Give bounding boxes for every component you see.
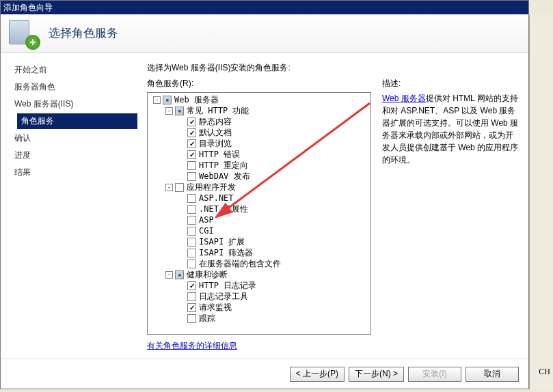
tree-node[interactable]: ISAPI 筛选器 — [149, 247, 369, 258]
checkbox[interactable] — [187, 128, 196, 137]
cancel-button[interactable]: 取消 — [466, 367, 519, 382]
checkbox[interactable] — [187, 314, 196, 323]
tree-node-label: 常见 HTTP 功能 — [187, 105, 249, 117]
collapse-icon[interactable]: - — [165, 184, 173, 191]
tree-node[interactable]: 跟踪 — [149, 313, 369, 324]
tree-node[interactable]: HTTP 日志记录 — [149, 280, 369, 291]
tree-node[interactable]: HTTP 错误 — [149, 149, 369, 160]
checkbox[interactable] — [187, 205, 196, 214]
next-button[interactable]: 下一步(N) > — [349, 367, 404, 382]
checkbox[interactable] — [187, 172, 196, 181]
ime-indicator[interactable]: CH — [539, 367, 550, 377]
tree-node-label: ASP.NET — [199, 193, 234, 203]
checkbox[interactable] — [187, 292, 196, 301]
checkbox[interactable] — [187, 194, 196, 203]
tree-node-label: 在服务器端的包含文件 — [199, 258, 281, 270]
collapse-icon[interactable]: - — [165, 107, 173, 115]
tree-node[interactable]: CGI — [149, 225, 369, 236]
description-text: Web 服务器提供对 HTML 网站的支持和对 ASP.NET、ASP 以及 W… — [382, 92, 519, 166]
wizard-sidebar: 开始之前服务器角色Web 服务器(IIS)角色服务确认进度结果 — [1, 53, 137, 359]
description-label: 描述: — [382, 78, 519, 89]
page-title: 选择角色服务 — [49, 25, 118, 41]
tree-node-label: 应用程序开发 — [187, 182, 236, 193]
checkbox[interactable] — [187, 281, 196, 290]
titlebar[interactable]: 添加角色向导 — [1, 1, 528, 14]
tree-node[interactable]: HTTP 重定向 — [149, 160, 369, 171]
tree-node-label: HTTP 错误 — [199, 149, 240, 160]
checkbox[interactable] — [187, 161, 196, 170]
detail-info-link[interactable]: 有关角色服务的详细信息 — [147, 340, 371, 359]
tree-node-label: 静态内容 — [199, 116, 232, 128]
tree-node[interactable]: -健康和诊断 — [149, 269, 369, 280]
tree-node-label: 默认文档 — [199, 127, 232, 139]
tree-node-label: .NET 扩展性 — [199, 204, 248, 215]
tree-node-label: CGI — [199, 226, 214, 236]
checkbox[interactable] — [175, 107, 184, 115]
checkbox[interactable] — [187, 227, 196, 236]
prev-button[interactable]: < 上一步(P) — [290, 367, 345, 382]
tree-node-label: ISAPI 扩展 — [199, 236, 245, 248]
checkbox[interactable] — [187, 260, 196, 268]
tree-node-label: HTTP 重定向 — [199, 160, 248, 171]
tree-node[interactable]: 请求监视 — [149, 302, 369, 313]
collapse-icon[interactable]: - — [153, 96, 161, 104]
checkbox[interactable] — [187, 216, 196, 225]
tree-node-label: 跟踪 — [199, 313, 215, 324]
wizard-header: + 选择角色服务 — [1, 14, 528, 53]
main-content: 选择为Web 服务器(IIS)安装的角色服务: 角色服务(R): -Web 服务… — [137, 53, 528, 359]
checkbox[interactable] — [187, 303, 196, 312]
tree-node[interactable]: 默认文档 — [149, 127, 369, 138]
checkbox[interactable] — [175, 270, 184, 279]
tree-node-label: 健康和诊断 — [187, 269, 228, 281]
tree-node[interactable]: .NET 扩展性 — [149, 204, 369, 214]
tree-node-label: ISAPI 筛选器 — [199, 247, 253, 259]
checkbox[interactable] — [187, 139, 196, 148]
checkbox[interactable] — [163, 96, 172, 104]
checkbox[interactable] — [187, 238, 196, 247]
install-button: 安装(I) — [408, 367, 461, 382]
checkbox[interactable] — [187, 249, 196, 257]
wizard-icon: + — [9, 18, 39, 48]
tree-node-label: Web 服务器 — [174, 94, 219, 106]
sidebar-item-4[interactable]: 确认 — [10, 130, 137, 146]
role-services-label: 角色服务(R): — [147, 78, 371, 89]
tree-node-label: 目录浏览 — [199, 138, 232, 150]
sidebar-item-5[interactable]: 进度 — [10, 148, 137, 163]
sidebar-item-6[interactable]: 结果 — [10, 165, 137, 180]
sidebar-item-0[interactable]: 开始之前 — [10, 62, 137, 78]
checkbox[interactable] — [187, 150, 196, 159]
sidebar-item-2[interactable]: Web 服务器(IIS) — [10, 96, 137, 112]
tree-node-label: WebDAV 发布 — [199, 171, 250, 182]
role-services-tree[interactable]: -Web 服务器-常见 HTTP 功能静态内容默认文档目录浏览HTTP 错误HT… — [147, 92, 371, 335]
tree-node-label: 请求监视 — [199, 302, 232, 313]
window-title: 添加角色向导 — [3, 2, 53, 14]
wizard-window: 添加角色向导 + 选择角色服务 开始之前服务器角色Web 服务器(IIS)角色服… — [0, 0, 529, 389]
tree-node-label: HTTP 日志记录 — [199, 280, 256, 292]
desktop-background — [529, 15, 553, 389]
tree-node-label: 日志记录工具 — [199, 291, 248, 303]
description-link[interactable]: Web 服务器 — [382, 94, 426, 103]
tree-node-label: ASP — [199, 215, 214, 225]
checkbox[interactable] — [187, 117, 196, 126]
tree-node[interactable]: ISAPI 扩展 — [149, 236, 369, 247]
tree-node[interactable]: -常见 HTTP 功能 — [149, 105, 369, 116]
tree-node[interactable]: -Web 服务器 — [149, 94, 369, 105]
tree-node[interactable]: ASP — [149, 214, 369, 225]
tree-node[interactable]: 在服务器端的包含文件 — [149, 258, 369, 269]
wizard-buttons: < 上一步(P) 下一步(N) > 安装(I) 取消 — [1, 359, 528, 389]
tree-node[interactable]: 日志记录工具 — [149, 291, 369, 302]
sidebar-item-3[interactable]: 角色服务 — [17, 113, 137, 129]
collapse-icon[interactable]: - — [165, 271, 173, 279]
prompt-text: 选择为Web 服务器(IIS)安装的角色服务: — [147, 62, 519, 74]
tree-node[interactable]: 静态内容 — [149, 116, 369, 127]
tree-node[interactable]: -应用程序开发 — [149, 182, 369, 193]
tree-node[interactable]: ASP.NET — [149, 193, 369, 204]
sidebar-item-1[interactable]: 服务器角色 — [10, 79, 137, 95]
checkbox[interactable] — [175, 183, 184, 192]
tree-node[interactable]: WebDAV 发布 — [149, 171, 369, 182]
tree-node[interactable]: 目录浏览 — [149, 138, 369, 149]
